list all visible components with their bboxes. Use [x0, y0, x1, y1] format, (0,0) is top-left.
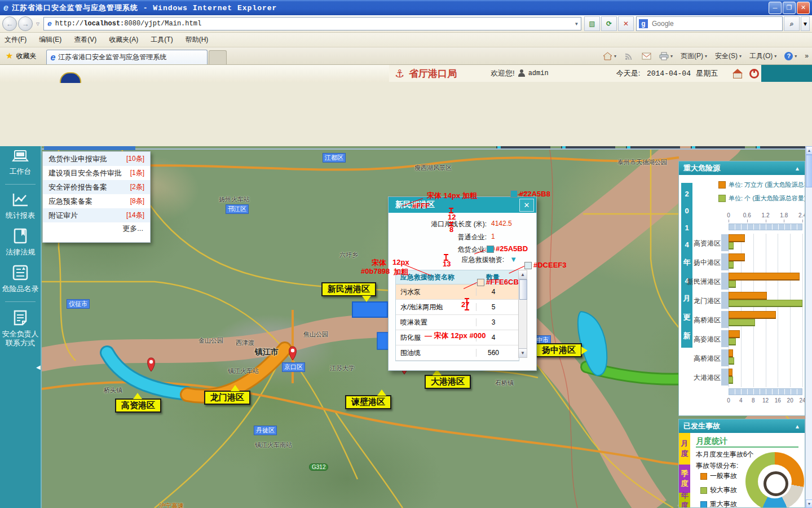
- port-callout-2[interactable]: 龙门港区: [204, 391, 250, 405]
- home-button[interactable]: [732, 69, 743, 78]
- sidebar-item-label: 工作台: [10, 167, 32, 176]
- favorites-label: 收藏夹: [16, 51, 36, 61]
- port-callout-1[interactable]: 高资港区: [115, 398, 161, 413]
- win2-menu-item-5[interactable]: 帮助(H): [186, 35, 209, 45]
- sidebar-item-0[interactable]: 工作台: [0, 150, 41, 176]
- new-tab-stub[interactable]: [209, 50, 227, 64]
- accident-panel-header[interactable]: 已发生事故 ▲: [679, 419, 805, 433]
- win2-menu-item-3[interactable]: 收藏夹(A): [109, 35, 138, 45]
- sidebar-collapse-icon[interactable]: ◀: [36, 364, 41, 370]
- scroll-up-icon[interactable]: ▲: [806, 146, 812, 155]
- win2-command-2[interactable]: 工具(O)▾: [749, 51, 776, 61]
- scroll-down-icon[interactable]: ▼: [806, 500, 812, 508]
- home-icon[interactable]: ▾: [603, 52, 616, 60]
- page-scrollbar[interactable]: ▲ ▼: [805, 146, 812, 508]
- win2-menu-item-1[interactable]: 编辑(E): [39, 35, 61, 45]
- address-dropdown-icon[interactable]: ▾: [575, 20, 579, 28]
- win2-menu-item-4[interactable]: 工具(T): [151, 35, 173, 45]
- search-magnifier-icon[interactable]: ⌕: [784, 16, 800, 31]
- book-icon: [13, 228, 28, 248]
- overflow-chevron[interactable]: »: [805, 52, 809, 60]
- win2-menu-item-0[interactable]: 文件(F): [5, 35, 27, 45]
- material-name: 围油缆: [396, 348, 476, 358]
- quick-menu-item-count: [1条]: [130, 168, 144, 178]
- cutoff-tab: [561, 146, 615, 148]
- scroll-down-icon[interactable]: ▼: [519, 348, 527, 357]
- quick-menu: 危货作业申报审批[10条]建设项目安全条件审批[1条]安全评价报告备案[2条]应…: [42, 151, 151, 243]
- forward-icon[interactable]: →: [18, 16, 33, 31]
- hazard-panel-header[interactable]: 重大危险源 ▲: [679, 161, 805, 175]
- legend-label: 单位: 个 (重大危险源总容量): [729, 194, 805, 203]
- legend-swatch: [700, 501, 707, 508]
- search-options-icon[interactable]: ▾: [801, 16, 810, 31]
- map-place-label: 扬州火车站: [219, 195, 250, 204]
- back-icon[interactable]: ←: [2, 16, 17, 31]
- expand-down-icon[interactable]: ▼: [510, 255, 517, 265]
- port-callout-3[interactable]: 谏壁港区: [345, 395, 391, 409]
- close-icon[interactable]: ✕: [519, 199, 534, 212]
- sidebar-item-label: 安全负责人联系方式: [2, 330, 39, 348]
- collapse-up-icon[interactable]: ▲: [795, 423, 800, 430]
- port-callout-0[interactable]: 新民洲港区: [321, 282, 376, 296]
- map-top-divider: [42, 148, 805, 150]
- callout-pointer: [133, 393, 142, 399]
- sidebar-item-1[interactable]: 统计报表: [0, 192, 41, 220]
- quick-menu-item-3[interactable]: 应急预案备案[8条]: [43, 194, 150, 208]
- restore-icon[interactable]: ❐: [783, 2, 796, 14]
- quick-menu-item-1[interactable]: 建设项目安全条件审批[1条]: [43, 166, 150, 180]
- sidebar-item-2[interactable]: 法律法规: [0, 228, 41, 257]
- stop-icon[interactable]: ✕: [618, 16, 634, 31]
- favorites-button[interactable]: ★收藏夹: [0, 47, 42, 64]
- win2-command-0[interactable]: 页面(P)▾: [681, 51, 707, 61]
- search-input[interactable]: g: [636, 16, 783, 31]
- search-field[interactable]: [651, 19, 780, 28]
- bar-green: [729, 300, 802, 307]
- period-tab-2[interactable]: 年度: [679, 493, 690, 508]
- rss-icon[interactable]: [624, 52, 634, 60]
- win2-titlebar[interactable]: e江苏省港口安全监管与应急管理系统 - Windows Internet Exp…: [0, 0, 812, 15]
- compatibility-icon[interactable]: ▧: [584, 16, 600, 31]
- scroll-thumb[interactable]: [519, 279, 527, 300]
- sidebar-item-3[interactable]: 危险品名录: [0, 265, 41, 294]
- table-scrollbar[interactable]: ▲ ▼: [518, 270, 527, 358]
- sidebar-item-label: 统计报表: [6, 211, 35, 220]
- legend-label: 重大事故: [710, 500, 737, 508]
- print-icon[interactable]: ▾: [659, 52, 673, 60]
- minimize-icon[interactable]: ─: [769, 2, 782, 14]
- quick-menu-item-0[interactable]: 危货作业申报审批[10条]: [43, 152, 150, 166]
- quick-menu-more[interactable]: 更多...: [43, 222, 150, 235]
- sidebar-item-4[interactable]: 安全负责人联系方式: [0, 310, 41, 348]
- table-row[interactable]: 喷淋装置3: [396, 315, 519, 330]
- collapse-up-icon[interactable]: ▲: [795, 165, 800, 172]
- table-row[interactable]: 污水泵4: [396, 284, 519, 300]
- period-tab-0[interactable]: 月度: [679, 433, 690, 465]
- nav-dropdown-icon[interactable]: ▿: [36, 20, 39, 28]
- scroll-up-icon[interactable]: ▲: [519, 270, 527, 279]
- win2-command-1[interactable]: 安全(S)▾: [715, 51, 742, 61]
- mail-icon[interactable]: [642, 52, 651, 60]
- address-input[interactable]: ehttp://localhost:8080/yjpt/Main.html▾: [43, 17, 581, 30]
- table-row[interactable]: 围油缆560: [396, 345, 519, 361]
- port-callout-4[interactable]: 大港港区: [425, 375, 471, 389]
- period-tab-1[interactable]: 季度: [679, 465, 690, 493]
- table-row[interactable]: 水/泡沫两用炮5: [396, 300, 519, 315]
- top-axis-tick: 2.4: [798, 212, 805, 218]
- bar-green: [729, 376, 733, 384]
- win2-menu-item-2[interactable]: 查看(V): [74, 35, 96, 45]
- monthly-stats-title: 月度统计: [696, 436, 727, 446]
- port-callout-5[interactable]: 扬中港区: [536, 343, 582, 357]
- scroll-thumb[interactable]: [806, 155, 812, 187]
- quick-menu-item-label: 安全评价报告备案: [48, 182, 107, 192]
- tab-bullet-icon: [627, 146, 630, 148]
- close-icon[interactable]: ✕: [797, 2, 810, 14]
- quick-menu-item-2[interactable]: 安全评价报告备案[2条]: [43, 180, 150, 194]
- help-icon[interactable]: ?▾: [784, 52, 797, 60]
- win2-menubar: 文件(F)编辑(E)查看(V)收藏夹(A)工具(T)帮助(H): [0, 33, 812, 47]
- material-qty: 3: [476, 318, 510, 326]
- logout-button[interactable]: [749, 69, 759, 78]
- page-tab[interactable]: e江苏省港口安全监管与应急管理系统: [46, 50, 208, 64]
- refresh-icon[interactable]: ⟳: [601, 16, 617, 31]
- tab-bullet-icon: [692, 146, 695, 148]
- quick-menu-item-4[interactable]: 附证审片[14条]: [43, 208, 150, 222]
- top-axis-tick: 1.8: [780, 212, 788, 218]
